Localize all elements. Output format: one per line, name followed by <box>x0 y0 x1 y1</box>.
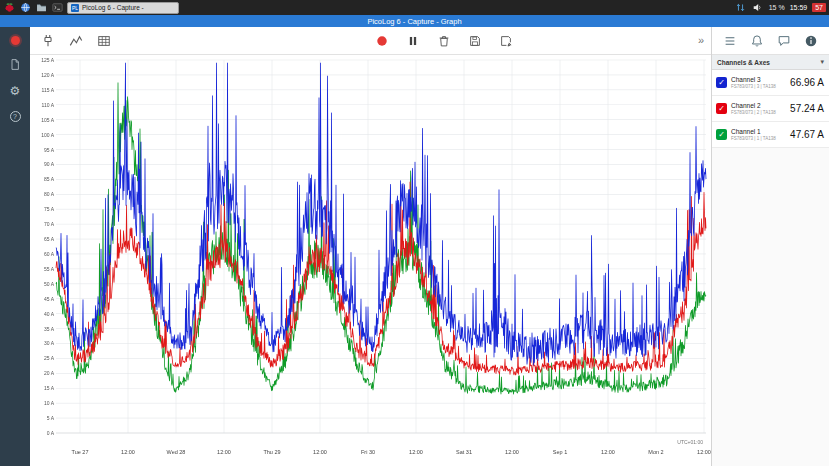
y-axis-label: 5 A <box>32 415 54 421</box>
channel-value: 66.96 A <box>790 77 824 88</box>
y-axis-label: 25 A <box>32 355 54 361</box>
channels-axes-header[interactable]: Channels & Axes ▾ <box>712 55 829 70</box>
help-icon[interactable]: ? <box>10 111 21 122</box>
channels-panel: Channels & Axes ▾ ✓ Channel 3 FS783/073 … <box>711 27 829 466</box>
x-axis-label: 12:00 <box>209 449 239 455</box>
y-axis-label: 80 A <box>32 191 54 197</box>
clock-text[interactable]: 15:59 <box>790 4 808 11</box>
check-icon: ✓ <box>718 103 725 114</box>
y-axis-label: 45 A <box>32 296 54 302</box>
settings-gear-icon[interactable]: ⚙ <box>10 84 21 98</box>
record-button[interactable] <box>373 32 391 50</box>
x-axis-label: Mon 2 <box>641 449 671 455</box>
pause-button[interactable] <box>404 32 422 50</box>
view-switch-group <box>30 32 190 50</box>
y-axis-label: 105 A <box>32 117 54 123</box>
check-icon: ✓ <box>718 77 725 88</box>
y-axis-label: 40 A <box>32 311 54 317</box>
annotations-comment-icon[interactable] <box>776 32 793 49</box>
channels-axes-title: Channels & Axes <box>717 59 770 66</box>
channel-row-1[interactable]: ✓ Channel 1 FS783/073 | 1 | TA138 47.67 … <box>712 122 829 148</box>
y-axis-label: 120 A <box>32 72 54 78</box>
channel-row-3[interactable]: ✓ Channel 3 FS783/073 | 3 | TA138 66.96 … <box>712 70 829 96</box>
info-icon[interactable] <box>803 32 820 49</box>
properties-list-icon[interactable] <box>721 32 738 49</box>
timezone-label: UTC+01:00 <box>677 439 703 445</box>
network-arrows-icon[interactable] <box>735 2 747 14</box>
x-axis-label: 12:00 <box>401 449 431 455</box>
capture-controls-group <box>190 32 698 50</box>
web-browser-icon[interactable] <box>19 2 31 14</box>
x-axis-label: Tue 27 <box>65 449 95 455</box>
channel-name: Channel 3 <box>731 76 776 83</box>
y-axis-label: 75 A <box>32 206 54 212</box>
app-sidebar: ⚙ ? <box>0 27 30 466</box>
channel-1-labels: Channel 1 FS783/073 | 1 | TA138 <box>731 128 776 141</box>
x-axis-label: Thu 29 <box>257 449 287 455</box>
y-axis-label: 125 A <box>32 57 54 63</box>
notification-badge[interactable]: 57 <box>812 3 826 12</box>
raspberry-menu-icon[interactable] <box>3 2 15 14</box>
x-axis-label: Wed 28 <box>161 449 191 455</box>
recording-indicator <box>11 36 20 45</box>
graph-view-button[interactable] <box>67 32 85 50</box>
panel-toolbar <box>712 27 829 55</box>
channel-name: Channel 2 <box>731 102 776 109</box>
taskbar-window-label: PicoLog 6 - Capture - <box>82 4 144 11</box>
os-taskbar: PL PicoLog 6 - Capture - 15 % 15:59 57 <box>0 0 829 15</box>
devices-view-button[interactable] <box>39 32 57 50</box>
x-axis-label: Fri 30 <box>353 449 383 455</box>
y-axis-label: 65 A <box>32 236 54 242</box>
x-axis-label: Sat 31 <box>449 449 479 455</box>
graph-canvas[interactable] <box>30 55 711 466</box>
file-manager-icon[interactable] <box>35 2 47 14</box>
taskbar-tray: 15 % 15:59 57 <box>735 2 826 14</box>
terminal-icon[interactable] <box>51 2 63 14</box>
check-icon: ✓ <box>718 129 725 140</box>
x-axis-label: Sep 1 <box>545 449 575 455</box>
channel-3-checkbox[interactable]: ✓ <box>716 77 727 88</box>
y-axis-label: 20 A <box>32 370 54 376</box>
channel-value: 47.67 A <box>790 129 824 140</box>
x-axis-label: 12:00 <box>497 449 527 455</box>
channel-1-checkbox[interactable]: ✓ <box>716 129 727 140</box>
delete-capture-button[interactable] <box>435 32 453 50</box>
channel-device: FS783/073 | 3 | TA138 <box>731 84 776 89</box>
channel-name: Channel 1 <box>731 128 776 135</box>
channel-2-checkbox[interactable]: ✓ <box>716 103 727 114</box>
y-axis-label: 100 A <box>32 132 54 138</box>
channel-2-labels: Channel 2 FS783/073 | 2 | TA138 <box>731 102 776 115</box>
main-layout: ⚙ ? <box>0 27 829 466</box>
y-axis-label: 60 A <box>32 251 54 257</box>
window-title: PicoLog 6 - Capture - Graph <box>367 17 461 26</box>
y-axis-label: 115 A <box>32 87 54 93</box>
graph-plot-area: UTC+01:00 0 A5 A10 A15 A20 A25 A30 A35 A… <box>30 55 711 466</box>
y-axis-label: 70 A <box>32 221 54 227</box>
save-as-button[interactable] <box>497 32 515 50</box>
cpu-usage-text: 15 % <box>769 4 785 11</box>
channel-3-labels: Channel 3 FS783/073 | 3 | TA138 <box>731 76 776 89</box>
save-button[interactable] <box>466 32 484 50</box>
x-axis-label: 12:00 <box>305 449 335 455</box>
volume-icon[interactable] <box>752 2 764 14</box>
y-axis-label: 35 A <box>32 326 54 332</box>
content-area: » UTC+01:00 0 A5 A10 A15 A20 A25 A30 A35… <box>30 27 711 466</box>
y-axis-label: 10 A <box>32 400 54 406</box>
y-axis-label: 50 A <box>32 281 54 287</box>
y-axis-label: 0 A <box>32 430 54 436</box>
y-axis-label: 15 A <box>32 385 54 391</box>
table-view-button[interactable] <box>95 32 113 50</box>
y-axis-label: 85 A <box>32 176 54 182</box>
y-axis-label: 30 A <box>32 340 54 346</box>
channel-value: 57.24 A <box>790 103 824 114</box>
y-axis-label: 110 A <box>32 102 54 108</box>
taskbar-window-button[interactable]: PL PicoLog 6 - Capture - <box>67 2 179 14</box>
channel-row-2[interactable]: ✓ Channel 2 FS783/073 | 2 | TA138 57.24 … <box>712 96 829 122</box>
x-axis-label: 12:00 <box>113 449 143 455</box>
app-titlebar: PicoLog 6 - Capture - Graph <box>0 15 829 27</box>
y-axis-label: 90 A <box>32 161 54 167</box>
capture-file-icon[interactable] <box>9 58 21 71</box>
alarms-bell-icon[interactable] <box>748 32 765 49</box>
toolbar-expand-button[interactable]: » <box>698 35 711 46</box>
y-axis-label: 95 A <box>32 147 54 153</box>
